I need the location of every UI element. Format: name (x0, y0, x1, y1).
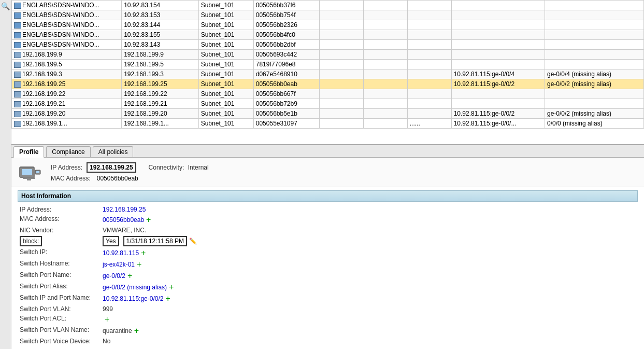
host-info-row: Switch Port Alias: ge-0/0/2 (missing ali… (18, 282, 638, 293)
plus-icon[interactable]: + (134, 326, 139, 336)
table-row[interactable]: ENGLABS\SDSN-WINDO... 10.92.83.153 Subne… (12, 10, 644, 20)
info-value: ge-0/0/2 (103, 272, 125, 280)
mac-address-label: MAC Address: (51, 175, 91, 182)
plus-icon[interactable]: + (105, 315, 109, 324)
cell-mac: 005056bb2326 (253, 20, 319, 30)
cell-e2 (363, 119, 407, 129)
cell-ip: 10.92.83.155 (122, 30, 199, 40)
cell-mac: 005056bb5e1b (253, 109, 319, 119)
plus-icon[interactable]: + (165, 294, 170, 303)
cell-mac: 00505693c442 (253, 50, 319, 60)
ip-address-value: 192.168.199.25 (87, 162, 136, 173)
table-row[interactable]: ENGLABS\SDSN-WINDO... 10.92.83.143 Subne… (12, 40, 644, 50)
cell-ip: 192.168.199.3 (122, 69, 199, 79)
cell-ip: 192.168.199.21 (122, 99, 199, 109)
info-label-cell: MAC Address: (18, 214, 101, 226)
table-row[interactable]: ENGLABS\SDSN-WINDO... 10.92.83.144 Subne… (12, 20, 644, 30)
cell-e1 (320, 109, 364, 119)
table-row[interactable]: 192.168.199.22 192.168.199.22 Subnet_101… (12, 89, 644, 99)
cell-e2 (363, 30, 407, 40)
host-info-row: block: Yes 1/31/18 12:11:58 PM ✏️ (18, 235, 638, 247)
cell-e2 (363, 109, 407, 119)
hosts-table: ENGLABS\SDSN-WINDO... 10.92.83.154 Subne… (11, 0, 644, 129)
host-info-row: Switch Port Voice Device: No (18, 337, 638, 346)
tab-compliance[interactable]: Compliance (46, 146, 90, 157)
search-button[interactable]: 🔍 (1, 2, 10, 10)
cell-ip: 192.168.199.9 (122, 50, 199, 60)
cell-mac: 7819f77096e8 (253, 60, 319, 69)
cell-switch-port (545, 60, 643, 69)
cell-e1 (320, 50, 364, 60)
profile-header: IP Address: 192.168.199.25 Connectivity:… (11, 158, 644, 187)
info-value: js-ex42k-01 (103, 261, 135, 268)
table-row[interactable]: ENGLABS\SDSN-WINDO... 10.92.83.154 Subne… (12, 1, 644, 10)
cell-e1 (320, 40, 364, 50)
row-with-icon: 005056bb0eab + (103, 215, 636, 225)
row-with-icon: + (103, 315, 636, 324)
info-label-cell: Switch Port ACL: (18, 314, 101, 325)
cell-switch-ip (451, 89, 545, 99)
info-value: 10.92.81.115 (103, 249, 139, 257)
cell-name: 192.168.199.3 (12, 69, 122, 79)
cell-subnet: Subnet_101 (198, 119, 253, 129)
info-value-plain: No (103, 338, 110, 345)
cell-switch-ip (451, 50, 545, 60)
row-with-icon: ge-0/0/2 + (103, 271, 636, 281)
cell-e2 (363, 40, 407, 50)
info-label-cell: Switch Hostname: (18, 259, 101, 270)
main-layout: 🔍 (0, 0, 644, 349)
host-info-row: Switch Port ACL: + (18, 314, 638, 325)
plus-icon[interactable]: + (169, 283, 174, 292)
cell-name: 192.168.199.5 (12, 60, 122, 69)
cell-switch-port (545, 10, 643, 20)
cell-subnet: Subnet_101 (198, 30, 253, 40)
table-row[interactable]: 192.168.199.25 192.168.199.25 Subnet_101… (12, 79, 644, 89)
cell-switch-ip: 10.92.81.115:ge-0/0/2 (451, 79, 545, 89)
table-row[interactable]: 192.168.199.1... 192.168.199.1... Subnet… (12, 119, 644, 129)
info-value-cell: 005056bb0eab + (101, 214, 638, 226)
cell-e3 (407, 10, 451, 20)
host-info-row: Switch Port VLAN Name: quarantine + (18, 325, 638, 337)
info-value-cell: VMWARE, INC. (101, 226, 638, 235)
cell-e2 (363, 99, 407, 109)
cell-switch-port: ge-0/0/2 (missing alias) (545, 109, 643, 119)
edit-icon[interactable]: ✏️ (189, 238, 197, 245)
cell-e2 (363, 10, 407, 20)
host-info-title: Host Information (18, 190, 638, 202)
info-label-cell: Switch IP and Port Name: (18, 293, 101, 304)
cell-e1 (320, 79, 364, 89)
info-value-cell: 10.92.81.115 + (101, 247, 638, 259)
host-info-table: IP Address: 192.168.199.25 MAC Address: … (18, 205, 638, 346)
info-label-cell: Switch Port Voice Device: (18, 337, 101, 346)
table-row[interactable]: 192.168.199.5 192.168.199.5 Subnet_101 7… (12, 60, 644, 69)
cell-e3 (407, 109, 451, 119)
cell-subnet: Subnet_101 (198, 69, 253, 79)
mac-address-value: 005056bb0eab (97, 175, 138, 182)
table-row[interactable]: ENGLABS\SDSN-WINDO... 10.92.83.155 Subne… (12, 30, 644, 40)
timestamp-box: 1/31/18 12:11:58 PM (123, 236, 187, 246)
tab-all-policies[interactable]: All policies (93, 146, 134, 157)
table-row[interactable]: 192.168.199.3 192.168.199.3 Subnet_101 d… (12, 69, 644, 79)
cell-switch-ip (451, 99, 545, 109)
cell-e3 (407, 30, 451, 40)
svg-rect-1 (22, 169, 32, 175)
plus-icon[interactable]: + (127, 271, 132, 281)
table-row[interactable]: 192.168.199.9 192.168.199.9 Subnet_101 0… (12, 50, 644, 60)
cell-e3 (407, 69, 451, 79)
table-row[interactable]: 192.168.199.20 192.168.199.20 Subnet_101… (12, 109, 644, 119)
cell-name: ENGLABS\SDSN-WINDO... (12, 40, 122, 50)
cell-name: 192.168.199.22 (12, 89, 122, 99)
info-label-cell: NIC Vendor: (18, 226, 101, 235)
plus-icon[interactable]: + (137, 260, 141, 269)
tab-profile[interactable]: Profile (13, 146, 44, 158)
info-label-cell: Switch IP: (18, 247, 101, 259)
block-label: block: (20, 236, 42, 246)
cell-switch-ip: 10.92.81.115:ge-0/0/... (451, 119, 545, 129)
connectivity-label: Connectivity: Internal (149, 164, 209, 171)
cell-subnet: Subnet_101 (198, 79, 253, 89)
plus-icon[interactable]: + (141, 248, 146, 258)
table-row[interactable]: 192.168.199.21 192.168.199.21 Subnet_101… (12, 99, 644, 109)
plus-icon[interactable]: + (146, 215, 151, 225)
info-value-cell: 192.168.199.25 (101, 205, 638, 214)
host-info-row: Switch Port VLAN: 999 (18, 304, 638, 314)
